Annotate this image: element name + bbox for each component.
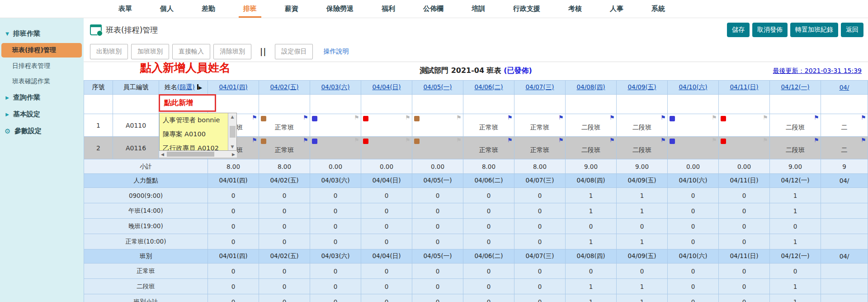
- scroll-left-icon[interactable]: ◀: [161, 152, 164, 157]
- nav-item[interactable]: 考核: [564, 0, 586, 18]
- stat-value: 1: [566, 234, 617, 249]
- schedule-cell[interactable]: ⚑二段班: [617, 137, 668, 159]
- sidebar-group[interactable]: ⚙參數設定: [0, 123, 84, 139]
- schedule-table-wrap: 序號員工編號姓名(篩選)▶04/01(四)04/02(五)04/03(六)04/…: [84, 80, 868, 302]
- date-column-header: 04/02(五): [259, 81, 310, 95]
- date-link[interactable]: 04/08(四): [577, 83, 605, 91]
- date-link[interactable]: 04/05(一): [424, 83, 452, 91]
- scroll-right-icon[interactable]: ▶: [232, 152, 235, 157]
- sidebar-group[interactable]: ▼排班作業: [0, 25, 84, 42]
- schedule-cell[interactable]: ⚑: [361, 137, 412, 159]
- empty-cell: [310, 95, 361, 114]
- schedule-cell[interactable]: ⚑二段班: [770, 114, 821, 137]
- stat-value: 0: [259, 203, 310, 219]
- schedule-cell[interactable]: ⚑: [719, 137, 770, 159]
- scroll-down-icon[interactable]: ▼: [231, 144, 234, 149]
- shift-label: [668, 132, 718, 136]
- schedule-cell[interactable]: ⚑二: [821, 114, 868, 137]
- flag-icon: ⚑: [354, 137, 359, 143]
- help-link[interactable]: 操作說明: [323, 48, 349, 56]
- schedule-cell[interactable]: ⚑: [310, 114, 361, 137]
- nav-item[interactable]: 福利: [377, 0, 400, 18]
- date-link[interactable]: 04/09(五): [628, 83, 656, 91]
- dropdown-vertical-scrollbar[interactable]: ▲ ▼: [228, 113, 236, 150]
- shift-label: 正常班: [463, 146, 514, 159]
- scrollbar-thumb[interactable]: [167, 152, 214, 157]
- date-link[interactable]: 04/12(一): [781, 83, 810, 91]
- nav-item[interactable]: 公佈欄: [419, 0, 448, 18]
- schedule-cell[interactable]: ⚑: [310, 137, 361, 159]
- subtotal-value: 0.00: [719, 159, 770, 174]
- add-employee-hint-box[interactable]: 點此新增: [159, 94, 216, 112]
- action-button[interactable]: 返回: [841, 23, 863, 37]
- scroll-up-icon[interactable]: ▲: [231, 115, 234, 119]
- sidebar-item[interactable]: 班表(排程)管理: [1, 43, 82, 58]
- nav-item[interactable]: 培訓: [467, 0, 490, 18]
- subtotal-value: 9.00: [617, 159, 668, 174]
- shift-type-button[interactable]: 出勤班別: [90, 44, 128, 59]
- schedule-cell[interactable]: ⚑正常班: [514, 114, 566, 137]
- dropdown-item[interactable]: 乙行政專員 A0102: [160, 141, 228, 151]
- shift-type-button[interactable]: 清除班別: [213, 44, 251, 59]
- action-button[interactable]: 儲存: [727, 23, 750, 37]
- date-link[interactable]: 04/07(三): [526, 83, 554, 91]
- date-link[interactable]: 04/02(五): [270, 83, 299, 91]
- holiday-marker: [670, 139, 675, 144]
- schedule-cell[interactable]: ⚑: [668, 114, 719, 137]
- set-holiday-button[interactable]: 設定假日: [275, 44, 313, 59]
- date-link[interactable]: 04/06(二): [475, 83, 503, 91]
- nav-item[interactable]: 薪資: [280, 0, 303, 18]
- nav-item[interactable]: 人事: [605, 0, 628, 18]
- schedule-cell[interactable]: ⚑正常班: [463, 114, 514, 137]
- empty-cell: [514, 95, 566, 114]
- date-link[interactable]: 04/: [840, 84, 849, 91]
- sidebar-group[interactable]: ▶查詢作業: [0, 89, 84, 106]
- shift-type-button[interactable]: 加班班別: [131, 44, 169, 59]
- schedule-cell[interactable]: ⚑正常班: [463, 137, 514, 159]
- dropdown-item[interactable]: 陳專案 A0100: [160, 127, 228, 141]
- schedule-cell[interactable]: ⚑二段班: [566, 137, 617, 159]
- stat-value: 0: [617, 264, 668, 279]
- schedule-cell[interactable]: ⚑: [719, 114, 770, 137]
- name-filter-link[interactable]: (篩選): [177, 83, 195, 91]
- schedule-cell[interactable]: ⚑: [412, 114, 463, 137]
- shift-type-button[interactable]: 直接輸入: [172, 44, 210, 59]
- date-link[interactable]: 04/11(日): [730, 83, 759, 91]
- action-button[interactable]: 轉置加班紀錄: [790, 23, 838, 37]
- stat-value: 1: [770, 188, 821, 203]
- schedule-cell[interactable]: ⚑二段班: [770, 137, 821, 159]
- nav-item[interactable]: 排班: [239, 0, 261, 18]
- action-button[interactable]: 取消發佈: [752, 23, 788, 37]
- schedule-cell[interactable]: ⚑正常班: [259, 137, 310, 159]
- schedule-cell[interactable]: ⚑二段班: [566, 114, 617, 137]
- nav-item[interactable]: 表單: [114, 0, 137, 18]
- section-title: 班別: [84, 249, 208, 264]
- schedule-cell[interactable]: ⚑正常班: [514, 137, 566, 159]
- sidebar-item[interactable]: 班表確認作業: [0, 74, 84, 89]
- sidebar-item[interactable]: 日排程表管理: [0, 58, 84, 74]
- schedule-cell[interactable]: ⚑二段班: [617, 114, 668, 137]
- nav-item[interactable]: 行政支援: [509, 0, 545, 18]
- nav-item[interactable]: 差勤: [197, 0, 220, 18]
- subtotal-value: 9.00: [566, 159, 617, 174]
- nav-item[interactable]: 個人: [156, 0, 178, 18]
- schedule-cell[interactable]: ⚑正常班: [259, 114, 310, 137]
- nav-item[interactable]: 保險勞退: [322, 0, 358, 18]
- schedule-cell[interactable]: ⚑: [361, 114, 412, 137]
- last-updated-link[interactable]: 最後更新：2021-03-31 15:39: [773, 67, 862, 75]
- date-link[interactable]: 04/01(四): [219, 83, 248, 91]
- sidebar-group[interactable]: ▶基本設定: [0, 106, 84, 123]
- date-link[interactable]: 04/03(六): [321, 83, 350, 91]
- scrollbar-thumb[interactable]: [230, 126, 236, 138]
- date-link[interactable]: 04/04(日): [373, 83, 401, 91]
- stat-value: 0: [566, 264, 617, 279]
- schedule-cell[interactable]: ⚑二: [821, 137, 868, 159]
- stat-value: 0: [361, 264, 412, 279]
- subtotal-label: 小計: [84, 159, 208, 174]
- schedule-cell[interactable]: ⚑: [668, 137, 719, 159]
- date-link[interactable]: 04/10(六): [679, 83, 708, 91]
- dropdown-horizontal-scrollbar[interactable]: ◀ ▶: [159, 151, 237, 158]
- dropdown-item[interactable]: 人事管理者 bonnie: [160, 113, 228, 127]
- schedule-cell[interactable]: ⚑: [412, 137, 463, 159]
- nav-item[interactable]: 系統: [647, 0, 670, 18]
